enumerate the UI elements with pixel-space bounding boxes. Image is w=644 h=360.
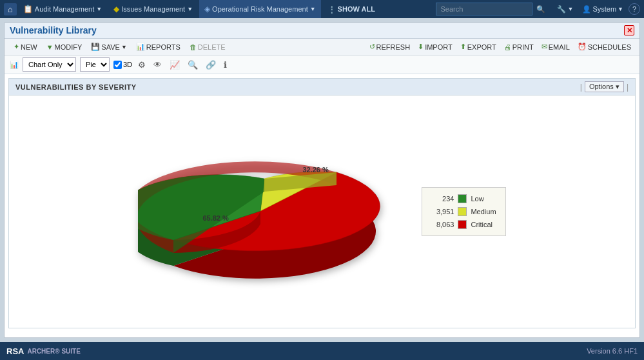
issues-icon: ◆ <box>113 5 119 14</box>
legend-label-critical: Critical <box>471 221 493 228</box>
audit-chevron: ▼ <box>96 6 102 12</box>
pie-chart-area: 65.82 % 32.26 % <box>138 114 383 310</box>
legend-item-critical: 8,063 Critical <box>431 220 496 229</box>
refresh-icon: ↺ <box>369 43 375 51</box>
chart-icon[interactable]: 📈 <box>168 59 182 70</box>
email-icon: ✉ <box>542 43 547 51</box>
options-button[interactable]: Options ▾ <box>585 81 624 92</box>
chart-icon-small: 📊 <box>10 61 19 69</box>
chart-title: VULNERABILITIES BY SEVERITY <box>15 83 137 91</box>
footer: RSA ARCHER® SUITE Version 6.6 HF1 <box>0 342 644 360</box>
audit-icon: 📋 <box>23 5 33 14</box>
legend-item-medium: 3,951 Medium <box>431 207 496 216</box>
legend-count-low: 234 <box>431 195 454 203</box>
chart-options: | Options ▾ | <box>580 81 629 92</box>
system-button[interactable]: 👤 System ▼ <box>578 4 627 15</box>
save-icon: 💾 <box>91 43 100 51</box>
info-icon[interactable]: ℹ <box>222 59 229 70</box>
schedules-icon: ⏰ <box>578 43 587 51</box>
reports-button[interactable]: 📊 REPORTS <box>132 41 184 52</box>
critical-pct-label: 65.82 % <box>202 214 228 222</box>
search-area: 🔍 <box>436 3 549 15</box>
chart-type-select[interactable]: Pie <box>80 57 110 72</box>
toolbar-right: ↺ REFRESH ⬇ IMPORT ⬆ EXPORT 🖨 PRINT ✉ <box>366 41 634 52</box>
import-icon: ⬇ <box>418 43 424 51</box>
main-toolbar: ✦ NEW ▼ MODIFY 💾 SAVE ▼ 📊 REPORTS 🗑 DELE… <box>5 39 639 55</box>
view-controls: 📊 Chart Only Pie 3D ⚙ 👁 📈 🔍 🔗 ℹ <box>5 55 639 74</box>
pie-container: 65.82 % 32.26 % 234 Low 3,951 <box>138 114 505 310</box>
divider-left: | <box>580 83 582 92</box>
footer-logo: RSA ARCHER® SUITE <box>6 346 81 356</box>
legend-color-low <box>458 194 467 203</box>
legend-color-medium <box>458 207 467 216</box>
delete-button[interactable]: 🗑 DELETE <box>186 42 229 52</box>
main-content: Vulnerability Library ✕ ✦ NEW ▼ MODIFY 💾… <box>0 18 644 342</box>
save-button[interactable]: 💾 SAVE ▼ <box>87 41 130 52</box>
view-mode-select[interactable]: Chart Only <box>23 57 76 72</box>
vulnerability-panel: Vulnerability Library ✕ ✦ NEW ▼ MODIFY 💾… <box>4 22 640 338</box>
audit-management-nav[interactable]: 📋 Audit Management ▼ <box>18 0 107 18</box>
divider-right: | <box>627 83 629 92</box>
archer-text: ARCHER® SUITE <box>27 348 80 355</box>
issues-label: Issues Management <box>121 5 185 13</box>
footer-version: Version 6.6 HF1 <box>587 347 638 355</box>
chart-legend: 234 Low 3,951 Medium 8,063 Critic <box>422 187 505 236</box>
modify-button[interactable]: ▼ MODIFY <box>43 42 86 52</box>
chart-header: VULNERABILITIES BY SEVERITY | Options ▾ … <box>9 79 635 95</box>
panel-title: Vulnerability Library <box>10 25 97 35</box>
operational-risk-icon: ◈ <box>204 5 210 14</box>
schedules-button[interactable]: ⏰ SCHEDULES <box>574 41 634 52</box>
delete-icon: 🗑 <box>190 43 197 51</box>
new-icon: ✦ <box>14 43 19 51</box>
audit-label: Audit Management <box>35 5 94 13</box>
import-button[interactable]: ⬇ IMPORT <box>415 41 456 52</box>
export-icon: ⬆ <box>460 43 466 51</box>
show-all-nav[interactable]: ⋮ SHOW ALL <box>322 3 380 15</box>
link-icon[interactable]: 🔗 <box>204 59 218 70</box>
modify-icon: ▼ <box>46 43 54 51</box>
legend-item-low: 234 Low <box>431 194 496 203</box>
zoom-icon[interactable]: 🔍 <box>186 59 200 70</box>
issues-management-nav[interactable]: ◆ Issues Management ▼ <box>108 0 198 18</box>
operational-risk-chevron: ▼ <box>310 6 316 12</box>
export-button[interactable]: ⬆ EXPORT <box>457 41 500 52</box>
email-button[interactable]: ✉ EMAIL <box>538 41 573 52</box>
medium-pct-label: 32.26 % <box>302 166 328 174</box>
home-button[interactable]: ⌂ <box>4 3 17 15</box>
refresh-button[interactable]: ↺ REFRESH <box>366 41 414 52</box>
3d-label: 3D <box>123 61 132 68</box>
nav-tools: 🔧 ▼ 👤 System ▼ ? <box>553 3 640 15</box>
rsa-text: RSA <box>6 346 24 356</box>
legend-label-low: Low <box>471 195 483 203</box>
legend-color-critical <box>458 220 467 229</box>
legend-label-medium: Medium <box>471 208 496 215</box>
settings-icon[interactable]: ⚙ <box>136 59 148 70</box>
search-input[interactable] <box>436 3 532 15</box>
chart-section: VULNERABILITIES BY SEVERITY | Options ▾ … <box>8 78 636 328</box>
chart-body: 65.82 % 32.26 % 234 Low 3,951 <box>9 95 635 328</box>
operational-risk-label: Operational Risk Management <box>212 5 308 13</box>
help-button[interactable]: ? <box>629 3 640 15</box>
print-button[interactable]: 🖨 PRINT <box>501 42 537 52</box>
panel-header: Vulnerability Library ✕ <box>5 23 639 39</box>
legend-count-critical: 8,063 <box>431 221 454 228</box>
search-button[interactable]: 🔍 <box>532 4 549 15</box>
show-all-label: SHOW ALL <box>338 5 375 13</box>
issues-chevron: ▼ <box>187 6 193 12</box>
pie-chart-svg <box>138 114 383 308</box>
print-icon: 🖨 <box>504 43 511 51</box>
3d-checkbox-container: 3D <box>113 61 132 69</box>
top-navigation: ⌂ 📋 Audit Management ▼ ◆ Issues Manageme… <box>0 0 644 18</box>
tools-button[interactable]: 🔧 ▼ <box>553 4 577 15</box>
3d-checkbox[interactable] <box>113 61 122 69</box>
reports-icon: 📊 <box>136 43 145 51</box>
eye-icon[interactable]: 👁 <box>151 59 164 70</box>
legend-count-medium: 3,951 <box>431 208 454 215</box>
operational-risk-nav[interactable]: ◈ Operational Risk Management ▼ <box>199 0 321 18</box>
new-button[interactable]: ✦ NEW <box>10 41 41 52</box>
panel-close-button[interactable]: ✕ <box>624 25 634 35</box>
